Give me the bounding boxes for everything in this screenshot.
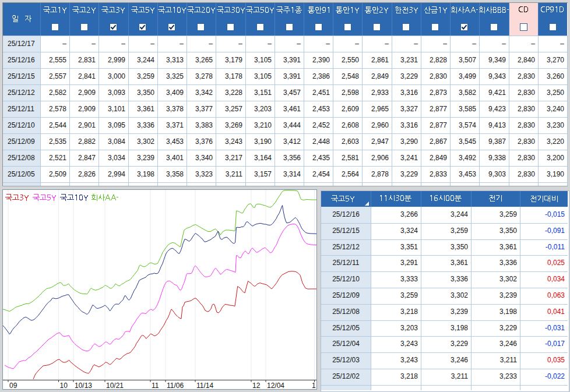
svg-text:10: 10: [60, 382, 68, 389]
svg-text:12: 12: [252, 382, 261, 389]
svg-text:09: 09: [9, 382, 17, 389]
svg-text:11/06: 11/06: [167, 382, 184, 389]
svg-text:11/14: 11/14: [196, 382, 213, 389]
svg-text:11: 11: [152, 382, 159, 389]
svg-text:10/13: 10/13: [75, 382, 92, 389]
svg-text:1: 1: [312, 382, 316, 389]
svg-text:10/21: 10/21: [106, 382, 124, 389]
svg-text:12/04: 12/04: [267, 382, 284, 389]
